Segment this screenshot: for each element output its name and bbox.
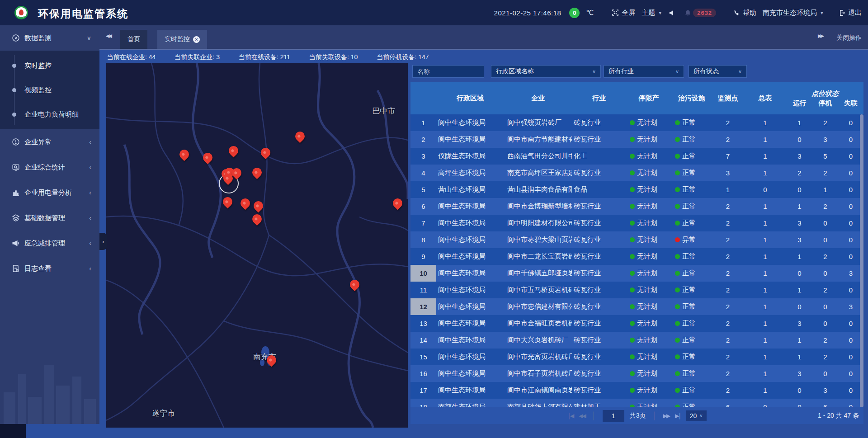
table-row[interactable]: 6阆中生态环境局阆中市金博瑞新型墙材砖瓦行业无计划正常21120 bbox=[410, 198, 863, 215]
sidebar-subitem-label: 企业电力负荷明细 bbox=[24, 110, 79, 119]
row-number: 18 bbox=[410, 399, 436, 407]
table-row[interactable]: 11阆中生态环境局阆中市五马桥页岩机砖砖瓦行业无计划正常21120 bbox=[410, 282, 863, 298]
status-dot-icon bbox=[630, 237, 635, 242]
cell-meter-count: 0 bbox=[744, 181, 787, 198]
cell-industry: 化工 bbox=[572, 148, 626, 165]
table-row[interactable]: 13阆中生态环境局阆中市金福旺页岩机砖砖瓦行业无计划正常21300 bbox=[410, 315, 863, 332]
chevron-down-icon: ▼ bbox=[820, 10, 824, 15]
sidebar-item-4[interactable]: 基础数据管理‹ bbox=[0, 205, 99, 231]
cell-region: 阆中生态环境局 bbox=[436, 349, 504, 365]
fullscreen-button[interactable]: 全屏 bbox=[612, 9, 635, 17]
page-size-select[interactable]: 20 ∨ bbox=[686, 410, 707, 421]
last-page-icon[interactable]: ▶│ bbox=[675, 413, 681, 419]
user-dropdown[interactable]: 南充市生态环境局 ▼ bbox=[763, 9, 824, 17]
table-row[interactable]: 15阆中生态环境局阆中市光富页岩机砖厂砖瓦行业无计划正常21120 bbox=[410, 349, 863, 365]
sidebar-collapse-button[interactable]: ‹ bbox=[99, 233, 107, 250]
cell-monitor-count: 7 bbox=[712, 148, 744, 165]
next-page-icon[interactable]: ▶▶ bbox=[663, 413, 669, 419]
help-button[interactable]: 帮助 bbox=[733, 9, 756, 17]
page-size-value: 20 bbox=[690, 412, 697, 419]
sidebar-item-3[interactable]: 企业用电量分析‹ bbox=[0, 180, 99, 205]
table-row[interactable]: 14阆中生态环境局阆中大兴页岩机砖厂砖瓦行业无计划正常21120 bbox=[410, 332, 863, 349]
cell-facility-status: 正常 bbox=[671, 315, 712, 332]
table-row[interactable]: 7阆中生态环境局阆中明阳建材有限公司砖瓦行业无计划正常21300 bbox=[410, 215, 863, 231]
sidebar-item-1[interactable]: 企业异常‹ bbox=[0, 129, 99, 155]
table-row[interactable]: 9阆中生态环境局阆中市二龙长宝页岩砖砖瓦行业无计划正常21120 bbox=[410, 248, 863, 265]
table-row[interactable]: 2阆中生态环境局阆中市南方节能建材有砖瓦行业无计划正常21030 bbox=[410, 131, 863, 148]
app-root: 环保用电监管系统 2021-02-25 17:46:18 0 ℃ 全屏 主题 ▼… bbox=[0, 0, 868, 438]
tabs-scroll-left-icon[interactable]: ◀◀ bbox=[106, 33, 111, 39]
header-right: 2021-02-25 17:46:18 0 ℃ 全屏 主题 ▼ 2632 帮助 bbox=[494, 0, 862, 25]
status-dot-icon bbox=[675, 254, 680, 259]
first-page-icon[interactable]: │◀ bbox=[567, 413, 573, 419]
table-row[interactable]: 1阆中生态环境局阆中强锐页岩砖厂砖瓦行业无计划正常21120 bbox=[410, 114, 863, 131]
prev-page-icon[interactable]: ◀◀ bbox=[579, 413, 585, 419]
tab-close-icon[interactable]: × bbox=[193, 36, 200, 43]
datetime: 2021-02-25 17:46:18 bbox=[494, 9, 561, 17]
table-row[interactable]: 3仪陇生态环境局西南油气田分公司川中化工无计划正常71350 bbox=[410, 148, 863, 165]
sidebar-item-2[interactable]: 企业综合统计‹ bbox=[0, 155, 99, 180]
row-number: 14 bbox=[410, 332, 436, 349]
chevron-down-icon: ∨ bbox=[699, 413, 703, 418]
cell-facility-status: 正常 bbox=[671, 165, 712, 181]
cell-stop-count: 2 bbox=[812, 114, 838, 131]
table-row[interactable]: 12阆中生态环境局阆中市忠信建材有限公砖瓦行业无计划正常21003 bbox=[410, 298, 863, 315]
filter-select-1[interactable]: 所有行业∨ bbox=[604, 65, 684, 78]
cell-monitor-count: 2 bbox=[712, 315, 744, 332]
chevron-down-icon: ∨ bbox=[675, 69, 679, 75]
filter-select-0[interactable]: 行政区域名称∨ bbox=[491, 65, 601, 78]
table-row[interactable]: 17阆中生态环境局阆中市江南镇阆南页岩砖瓦行业无计划正常21030 bbox=[410, 382, 863, 399]
cell-facility-status: 正常 bbox=[671, 282, 712, 298]
sidebar-menu: 数据监测∨实时监控视频监控企业电力负荷明细企业异常‹企业综合统计‹企业用电量分析… bbox=[0, 25, 99, 281]
table-row[interactable]: 16阆中生态环境局阆中市石子页岩机砖厂砖瓦行业无计划正常21300 bbox=[410, 365, 863, 382]
status-dot-icon bbox=[675, 371, 680, 376]
table-row[interactable]: 4高坪生态环境局南充市高坪区王家店建砖瓦行业无计划正常31220 bbox=[410, 165, 863, 181]
status-dot-icon bbox=[630, 304, 635, 309]
cell-meter-count: 1 bbox=[744, 365, 787, 382]
mute-button[interactable] bbox=[669, 9, 675, 16]
sidebar-item-0[interactable]: 数据监测∨ bbox=[0, 25, 99, 51]
table-row[interactable]: 8阆中生态环境局阆中市枣碧大梁山页岩砖瓦行业无计划异常21300 bbox=[410, 231, 863, 248]
cell-meter-count: 1 bbox=[744, 148, 787, 165]
column-header-5: 治污设施 bbox=[671, 82, 712, 114]
sidebar-item-5[interactable]: 应急减排管理‹ bbox=[0, 231, 99, 256]
sidebar-subitem-1[interactable]: 视频监控 bbox=[0, 78, 99, 102]
table-row[interactable]: 18南部生态环境局南部县砂华上河有限公建材加工无计划正常60060 bbox=[410, 399, 863, 407]
tab-realtime-monitor[interactable]: 实时监控 × bbox=[157, 30, 207, 49]
cell-facility-status: 正常 bbox=[671, 382, 712, 399]
tab-label: 首页 bbox=[127, 35, 140, 43]
bullet-dot-icon bbox=[12, 113, 16, 117]
cell-region: 阆中生态环境局 bbox=[436, 332, 504, 349]
tab-home[interactable]: 首页 bbox=[120, 30, 147, 49]
logout-button[interactable]: 退出 bbox=[839, 9, 862, 17]
cell-stop-count: 0 bbox=[812, 365, 838, 382]
status-dot-icon bbox=[630, 271, 635, 276]
sidebar-item-6[interactable]: 日志查看‹ bbox=[0, 256, 99, 281]
map[interactable]: 巴中市南充市遂宁市 bbox=[106, 63, 408, 428]
theme-dropdown[interactable]: 主题 ▼ bbox=[642, 9, 662, 17]
tabs-scroll-right-icon[interactable]: ▶▶ bbox=[818, 33, 823, 39]
table-row[interactable]: 10阆中生态环境局阆中千佛镇五郎垭页岩砖瓦行业无计划正常21003 bbox=[410, 265, 863, 282]
cell-facility-status: 正常 bbox=[671, 131, 712, 148]
sidebar-subitem-label: 实时监控 bbox=[24, 61, 52, 70]
cell-stop-count: 5 bbox=[812, 148, 838, 165]
cell-meter-count: 0 bbox=[744, 399, 787, 407]
filter-select-2[interactable]: 所有状态∨ bbox=[689, 65, 747, 78]
cell-limit-status: 无计划 bbox=[626, 282, 671, 298]
chevron-down-icon: ∨ bbox=[738, 69, 742, 75]
table-row[interactable]: 5营山生态环境局营山县润丰肉食品有限食品无计划正常10010 bbox=[410, 181, 863, 198]
notification-area[interactable]: 2632 bbox=[684, 9, 716, 17]
notification-count-badge: 2632 bbox=[693, 9, 716, 17]
page-number-input[interactable] bbox=[603, 410, 624, 422]
table-scrollbar[interactable] bbox=[860, 114, 863, 407]
name-filter-input[interactable] bbox=[412, 65, 484, 78]
close-operations-button[interactable]: 关闭操作 bbox=[836, 34, 862, 42]
sidebar-subitem-0[interactable]: 实时监控 bbox=[0, 53, 99, 78]
sidebar-subitem-2[interactable]: 企业电力负荷明细 bbox=[0, 102, 99, 127]
cell-monitor-count: 2 bbox=[712, 365, 744, 382]
gauge-icon bbox=[12, 34, 20, 42]
chevron-left-icon: ‹ bbox=[89, 240, 91, 247]
status-dot-icon bbox=[630, 371, 635, 376]
app-logo-icon bbox=[14, 6, 28, 19]
cell-facility-status: 正常 bbox=[671, 215, 712, 231]
